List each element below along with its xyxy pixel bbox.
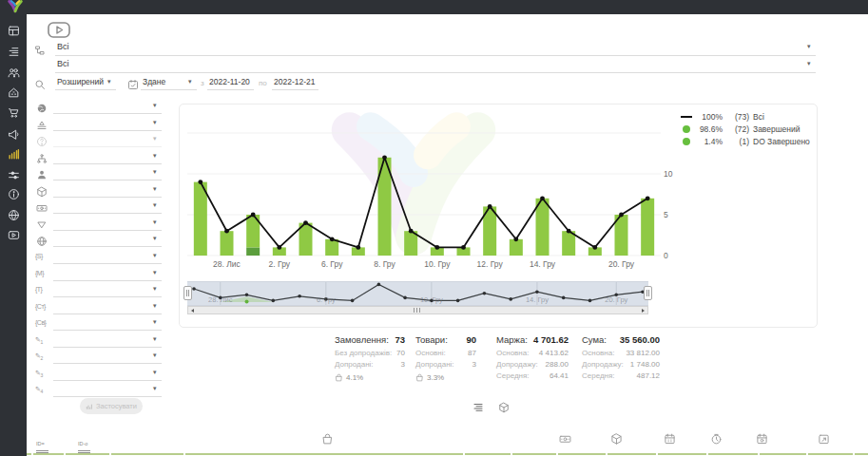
chevron-down-icon: [153, 318, 161, 326]
product-select[interactable]: Всі: [55, 57, 816, 73]
filter-funnel-select[interactable]: [53, 216, 162, 231]
stat-column-2: Товари:90Основні:87Допродані:33.3%: [415, 334, 476, 383]
filter-utm-sv-select[interactable]: [53, 315, 162, 331]
date-to-input[interactable]: 2022-12-21: [272, 75, 318, 90]
filter-utm-sv-icon: {Св}: [35, 319, 50, 331]
main-chart[interactable]: [187, 107, 661, 269]
filter-payment-select[interactable]: [53, 199, 162, 214]
legend-item-всі[interactable]: 100%(73)Всі: [681, 110, 810, 123]
filter-utm-term-select[interactable]: [53, 282, 162, 297]
dot-swatch-icon: [683, 125, 690, 133]
bag-icon: [415, 373, 424, 382]
x-tick-label: 10. Гру: [409, 259, 466, 269]
date-to-label: по: [259, 79, 267, 87]
sidebar-item-dashboard[interactable]: [8, 25, 20, 37]
search-mode-value: Розширений: [57, 77, 104, 86]
stats-product-toggle[interactable]: [498, 402, 510, 413]
sliders-icon: [8, 169, 20, 181]
filter-custom-4-select[interactable]: [53, 382, 162, 397]
chevron-down-icon: [153, 168, 161, 176]
stat-title: Маржа:: [496, 334, 528, 349]
sidebar-item-warehouse[interactable]: [8, 86, 20, 99]
upsell-percent: 3.3%: [427, 373, 444, 382]
navigator-scrollbar[interactable]: [187, 306, 648, 314]
stats-list-toggle[interactable]: [473, 402, 484, 413]
filter-level-select[interactable]: [53, 116, 162, 131]
date-type-value: Здане: [143, 77, 165, 86]
chevron-down-icon: [153, 335, 161, 343]
navigator-left-handle[interactable]: [183, 286, 192, 300]
money-icon[interactable]: [559, 432, 571, 446]
globe-grid-icon: [36, 234, 48, 245]
bag-icon: [335, 373, 343, 382]
sidebar-item-video[interactable]: [8, 229, 20, 241]
filter-world-select[interactable]: [53, 99, 162, 114]
navigator-right-handle[interactable]: [644, 286, 652, 300]
package-icon: [498, 402, 510, 413]
filter-product-select[interactable]: [53, 182, 162, 198]
megaphone-icon: [8, 128, 20, 141]
sidebar-item-orders[interactable]: [8, 46, 20, 58]
id-sort-icon[interactable]: ID=: [36, 432, 48, 446]
tag-play-icon[interactable]: [48, 22, 70, 38]
search-mode-select[interactable]: Розширений: [55, 75, 116, 90]
source-select[interactable]: Всі: [55, 40, 816, 56]
sidebar-item-info[interactable]: [8, 188, 20, 200]
sidebar-item-integrations[interactable]: [8, 209, 20, 221]
filter-utm-source-select[interactable]: [53, 249, 162, 264]
legend-item-do-завершено[interactable]: 1.4%(1)DO Завершено: [681, 135, 810, 147]
filter-custom-3-select[interactable]: [53, 366, 162, 381]
filter-custom-2-select[interactable]: [53, 349, 162, 364]
filter-structure-select[interactable]: [53, 149, 162, 164]
date-from-label: з: [201, 79, 204, 87]
filter-manager-select[interactable]: [53, 165, 162, 180]
package-icon: [36, 184, 48, 196]
filter-utm-source-icon: {S}: [35, 253, 50, 264]
date-type-select[interactable]: Здане: [141, 75, 197, 90]
filter-help-select[interactable]: [53, 132, 162, 147]
sidebar-item-settings[interactable]: [8, 169, 20, 181]
chevron-down-icon: [153, 369, 161, 376]
filter-custom-1-select[interactable]: [53, 332, 162, 348]
upsell-percent: 4.1%: [346, 373, 363, 382]
app-logo-icon: [7, 0, 24, 13]
filter-site-select[interactable]: [53, 232, 162, 247]
video-icon: [8, 229, 20, 241]
calendar-export-icon[interactable]: [818, 432, 830, 446]
date-from-input[interactable]: 2022-11-20: [207, 75, 254, 90]
calendar-icon[interactable]: [664, 432, 676, 446]
sidebar-item-customers[interactable]: [8, 66, 20, 79]
left-sidebar: [0, 14, 27, 456]
chevron-down-icon: [807, 60, 815, 67]
search-icon[interactable]: [34, 77, 46, 88]
sidebar-item-statistics[interactable]: [8, 148, 20, 161]
table-header-divider: [27, 453, 868, 455]
bar-chart-icon: [8, 148, 20, 161]
filter-utm-st-select[interactable]: [53, 299, 162, 314]
filter-utm-medium-select[interactable]: [53, 266, 162, 281]
sidebar-item-marketing[interactable]: [8, 128, 20, 141]
calendar-pay-icon[interactable]: [756, 432, 768, 446]
dot-swatch-icon: [683, 138, 690, 145]
clock-icon[interactable]: [710, 432, 723, 446]
svg-text:20. Гру: 20. Гру: [605, 295, 627, 304]
scroll-right-icon[interactable]: [639, 307, 647, 314]
chevron-down-icon: [153, 352, 161, 359]
chevron-down-icon: [153, 302, 161, 310]
scroll-left-icon[interactable]: [188, 307, 197, 314]
stat-title: Сума:: [582, 334, 607, 349]
sidebar-item-cart[interactable]: [8, 106, 20, 119]
info-icon: [8, 188, 20, 200]
person-icon: [36, 167, 48, 179]
calendar-pay-icon: [756, 432, 768, 446]
x-tick-label: 20. Гру: [593, 259, 650, 269]
apply-button[interactable]: Застосувати: [80, 398, 143, 414]
filter-custom-4-icon: ✎4: [35, 386, 50, 397]
chart-navigator[interactable]: 28. Лис6. Гру10. Гру14. Гру20. Гру: [187, 281, 648, 306]
legend-item-завершений[interactable]: 98.6%(72)Завершений: [681, 123, 810, 135]
package-icon[interactable]: [610, 432, 623, 446]
id-source-icon[interactable]: ID-o: [78, 432, 90, 446]
bag-icon[interactable]: [321, 432, 334, 446]
scrollbar-grip[interactable]: [414, 308, 420, 313]
stat-value: 35 560.00: [620, 334, 660, 349]
